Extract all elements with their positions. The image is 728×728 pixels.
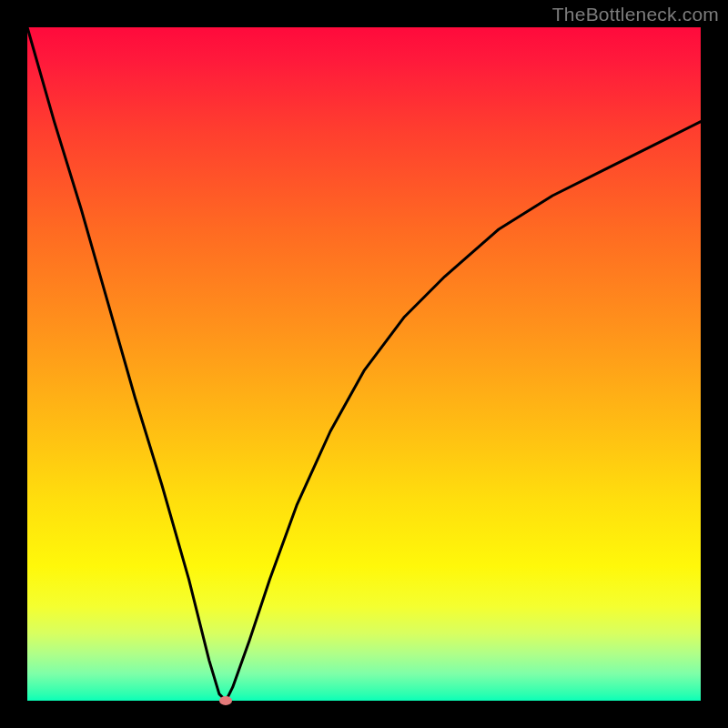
watermark-text: TheBottleneck.com <box>552 4 719 25</box>
curve-path <box>27 27 701 701</box>
plot-area <box>27 27 701 701</box>
bottleneck-curve <box>27 27 701 701</box>
chart-frame: TheBottleneck.com <box>0 0 728 728</box>
minimum-marker <box>219 696 232 705</box>
